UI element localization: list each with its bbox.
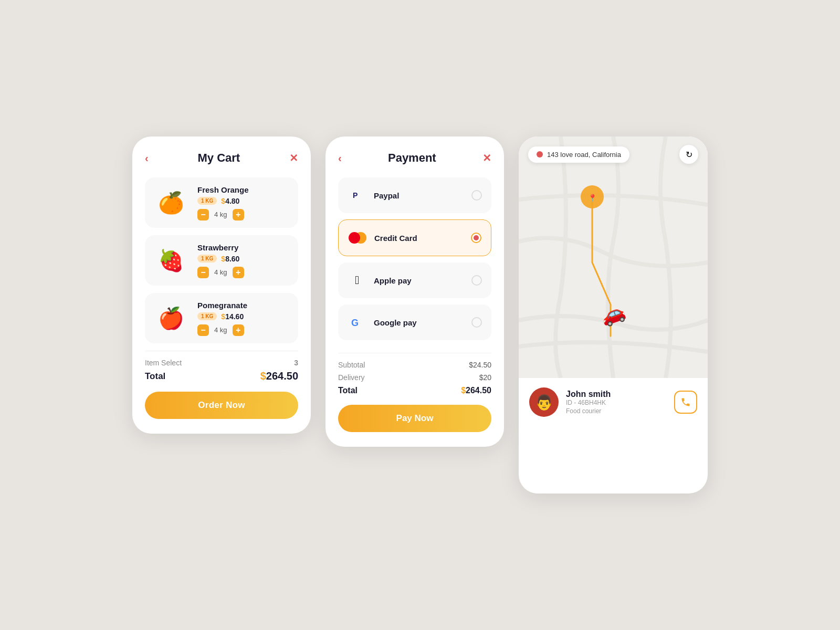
cart-item: 🍓 Strawberry 1 KG $8.60 − 4 kg + — [145, 235, 298, 286]
total-row: Total $264.50 — [338, 386, 491, 395]
order-now-button[interactable]: Order Now — [145, 392, 298, 419]
phone-icon — [680, 397, 691, 407]
pay-now-button[interactable]: Pay Now — [338, 405, 491, 432]
subtotal-value: $24.50 — [469, 361, 491, 369]
item-meta: 1 KG $4.80 — [197, 197, 291, 205]
screens-container: ‹ My Cart ✕ 🍊 Fresh Orange 1 KG $4.80 — [111, 116, 729, 514]
paypal-label: Paypal — [374, 191, 471, 200]
google-pay-label: Google pay — [374, 318, 471, 327]
item-info-orange: Fresh Orange 1 KG $4.80 − 4 kg + — [197, 185, 291, 220]
payment-options: P Paypal Credit Card  Apple — [338, 177, 491, 340]
qty-plus-button[interactable]: + — [233, 324, 244, 336]
payment-header: ‹ Payment ✕ — [338, 151, 491, 165]
credit-card-radio — [471, 233, 481, 243]
courier-card: 👨 John smith ID - 46BH4HK Food courier — [519, 378, 708, 426]
payment-title: Payment — [388, 151, 436, 165]
item-select-count: 3 — [294, 359, 298, 367]
svg-text:📍: 📍 — [588, 194, 597, 203]
refresh-button[interactable]: ↻ — [679, 145, 698, 164]
cart-screen: ‹ My Cart ✕ 🍊 Fresh Orange 1 KG $4.80 — [132, 136, 311, 434]
item-image-strawberry: 🍓 — [152, 242, 190, 279]
dollar-icon: $ — [461, 386, 466, 395]
courier-name: John smith — [566, 390, 667, 399]
mastercard-icon — [348, 228, 367, 247]
map-top-bar: 143 love road, California ↻ — [519, 136, 708, 172]
cart-title: My Cart — [197, 151, 240, 165]
dollar-icon: $ — [260, 370, 266, 382]
courier-id: ID - 46BH4HK — [566, 399, 667, 406]
google-pay-radio — [471, 317, 482, 328]
item-image-pomegranate: 🍎 — [152, 299, 190, 337]
item-meta: 1 KG $14.60 — [197, 312, 291, 321]
item-info-pomegranate: Pomegranate 1 KG $14.60 − 4 kg + — [197, 301, 291, 336]
address-pill: 143 love road, California — [528, 146, 629, 163]
address-text: 143 love road, California — [547, 151, 621, 159]
payment-screen: ‹ Payment ✕ P Paypal — [326, 136, 504, 447]
credit-card-label: Credit Card — [374, 234, 471, 243]
total-price: $264.50 — [260, 370, 298, 382]
svg-text:G: G — [351, 318, 359, 328]
qty-control: − 4 kg + — [197, 267, 291, 278]
price-dollar: $ — [221, 255, 225, 263]
paypal-icon: P — [348, 186, 366, 205]
cart-item: 🍊 Fresh Orange 1 KG $4.80 − 4 kg + — [145, 177, 298, 228]
item-name: Pomegranate — [197, 301, 291, 310]
courier-role: Food courier — [566, 407, 667, 415]
item-price: $14.60 — [221, 312, 244, 321]
item-name: Fresh Orange — [197, 185, 291, 194]
qty-label: 4 kg — [214, 268, 227, 276]
qty-label: 4 kg — [214, 326, 227, 334]
price-dollar: $ — [221, 197, 225, 205]
qty-minus-button[interactable]: − — [197, 267, 209, 278]
google-pay-icon: G — [348, 313, 366, 332]
credit-card-option[interactable]: Credit Card — [338, 219, 491, 256]
item-image-orange: 🍊 — [152, 184, 190, 222]
map-area: 143 love road, California ↻ — [519, 136, 708, 378]
tracking-screen: 143 love road, California ↻ — [519, 136, 708, 494]
cart-back-button[interactable]: ‹ — [145, 152, 149, 164]
payment-close-button[interactable]: ✕ — [482, 152, 491, 164]
location-dot-icon — [537, 151, 543, 158]
payment-back-button[interactable]: ‹ — [338, 152, 342, 164]
item-meta: 1 KG $8.60 — [197, 255, 291, 263]
total-label: Total — [145, 371, 165, 382]
map-svg: 📍 — [519, 136, 708, 378]
qty-plus-button[interactable]: + — [233, 267, 244, 278]
paypal-radio — [471, 190, 482, 201]
cart-header: ‹ My Cart ✕ — [145, 151, 298, 165]
item-price: $8.60 — [221, 255, 239, 263]
cart-item: 🍎 Pomegranate 1 KG $14.60 − 4 kg + — [145, 293, 298, 343]
qty-minus-button[interactable]: − — [197, 324, 209, 336]
cart-close-button[interactable]: ✕ — [289, 152, 298, 164]
call-button[interactable] — [674, 391, 697, 414]
kg-badge: 1 KG — [197, 312, 217, 320]
qty-control: − 4 kg + — [197, 324, 291, 336]
apple-pay-radio — [471, 275, 482, 286]
payment-total-value: $264.50 — [461, 386, 491, 395]
delivery-row: Delivery $20 — [338, 373, 491, 382]
google-pay-option[interactable]: G Google pay — [338, 304, 491, 340]
delivery-label: Delivery — [338, 373, 365, 382]
courier-avatar: 👨 — [529, 387, 559, 417]
payment-total-label: Total — [338, 386, 358, 395]
apple-pay-icon:  — [348, 271, 366, 290]
qty-minus-button[interactable]: − — [197, 209, 209, 220]
qty-label: 4 kg — [214, 211, 227, 218]
item-info-strawberry: Strawberry 1 KG $8.60 − 4 kg + — [197, 243, 291, 278]
cart-items-list: 🍊 Fresh Orange 1 KG $4.80 − 4 kg + — [145, 177, 298, 343]
item-select-row: Item Select 3 — [145, 359, 298, 367]
kg-badge: 1 KG — [197, 255, 217, 262]
total-row: Total $264.50 — [145, 370, 298, 382]
qty-plus-button[interactable]: + — [233, 209, 244, 220]
svg-text:P: P — [353, 191, 358, 200]
price-dollar: $ — [221, 312, 225, 321]
cart-summary: Item Select 3 Total $264.50 Order Now — [145, 351, 298, 419]
apple-pay-option[interactable]:  Apple pay — [338, 262, 491, 298]
kg-badge: 1 KG — [197, 197, 217, 205]
subtotal-label: Subtotal — [338, 361, 365, 369]
apple-pay-label: Apple pay — [374, 276, 471, 285]
payment-summary: Subtotal $24.50 Delivery $20 Total $264.… — [338, 353, 491, 395]
paypal-option[interactable]: P Paypal — [338, 177, 491, 213]
item-name: Strawberry — [197, 243, 291, 252]
qty-control: − 4 kg + — [197, 209, 291, 220]
